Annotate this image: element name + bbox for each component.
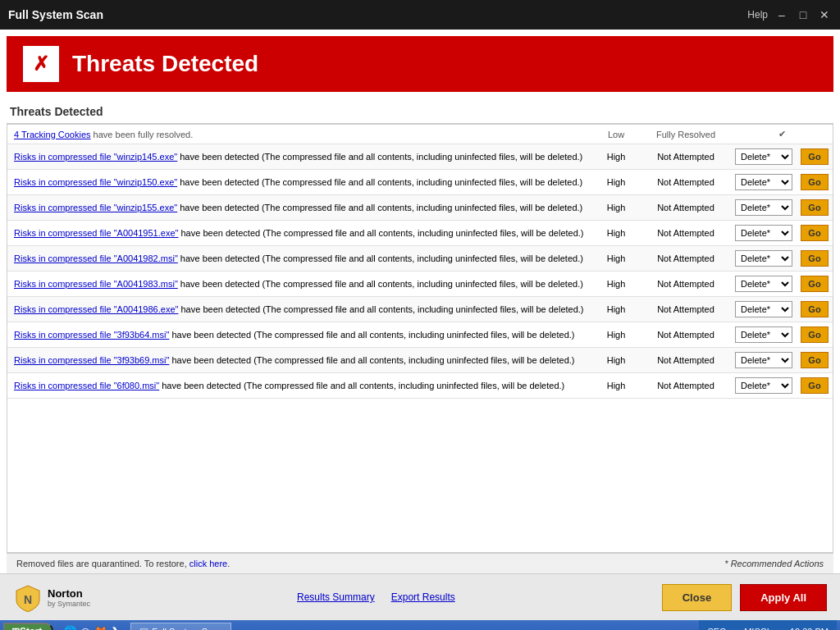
status-cell: Not Attempted	[641, 348, 731, 373]
severity-cell: High	[591, 170, 641, 195]
go-button[interactable]: Go	[801, 301, 828, 317]
close-button[interactable]: ✕	[817, 8, 832, 21]
status-cell: Not Attempted	[641, 322, 731, 348]
go-button[interactable]: Go	[801, 377, 828, 394]
threat-link[interactable]: Risks in compressed file "A0041951.exe"	[14, 228, 178, 238]
action-cell: Delete*	[731, 221, 797, 246]
firefox-icon[interactable]: 🦊	[94, 625, 107, 630]
taskbar-app-button[interactable]: 🛡 Full System Scan	[130, 623, 231, 630]
go-button[interactable]: Go	[801, 326, 828, 343]
table-row: Risks in compressed file "winzip145.exe"…	[7, 144, 833, 170]
misc-label: MISCL	[744, 627, 772, 630]
go-button[interactable]: Go	[801, 148, 828, 165]
recommended-note: * Recommended Actions	[724, 559, 824, 568]
start-icon: ⊞	[11, 626, 20, 630]
go-cell: Go	[797, 272, 833, 297]
minimize-button[interactable]: –	[774, 8, 789, 21]
action-select[interactable]: Delete*	[735, 148, 792, 165]
taskbar: ⊞ Start 🌐 ◎ 🦊 ❯ 🛡 Full System Scan SEC »…	[0, 620, 840, 630]
clock: 12:32 PM	[790, 627, 829, 630]
threat-description: Risks in compressed file "winzip145.exe"…	[7, 144, 591, 170]
threat-description: Risks in compressed file "A0041983.msi" …	[7, 272, 591, 297]
status-cell: Not Attempted	[641, 144, 731, 170]
footer-bar: Removed files are quarantined. To restor…	[7, 553, 833, 573]
threat-description: 4 Tracking Cookies have been fully resol…	[7, 125, 591, 144]
go-button[interactable]: Go	[801, 276, 828, 292]
threats-table-wrapper: 4 Tracking Cookies have been fully resol…	[7, 124, 833, 553]
threat-link[interactable]: 4 Tracking Cookies	[14, 130, 91, 139]
table-row: Risks in compressed file "3f93b64.msi" h…	[7, 322, 833, 348]
apply-all-button[interactable]: Apply All	[740, 584, 827, 611]
restore-link[interactable]: click here	[189, 559, 227, 568]
threat-link[interactable]: Risks in compressed file "winzip155.exe"	[14, 203, 177, 212]
app-icon: 🛡	[139, 627, 148, 630]
title-bar: Full System Scan Help – □ ✕	[0, 0, 840, 30]
action-select[interactable]: Delete*	[735, 225, 792, 241]
status-cell: Not Attempted	[641, 272, 731, 297]
go-cell: Go	[797, 373, 833, 399]
results-summary-link[interactable]: Results Summary	[297, 591, 375, 603]
status-cell: Not Attempted	[641, 297, 731, 322]
severity-cell: Low	[591, 125, 641, 144]
action-select[interactable]: Delete*	[735, 250, 792, 267]
action-select[interactable]: Delete*	[735, 326, 792, 343]
table-row: Risks in compressed file "6f080.msi" hav…	[7, 373, 833, 399]
export-results-link[interactable]: Export Results	[391, 591, 455, 603]
go-cell: Go	[797, 221, 833, 246]
close-button[interactable]: Close	[662, 584, 732, 611]
go-button[interactable]: Go	[801, 225, 828, 241]
severity-cell: High	[591, 221, 641, 246]
go-cell: Go	[797, 322, 833, 348]
go-cell: Go	[797, 246, 833, 272]
ie-icon[interactable]: 🌐	[63, 625, 77, 630]
threat-icon: ✗	[23, 46, 59, 82]
action-cell: Delete*	[731, 348, 797, 373]
table-row: Risks in compressed file "A0041982.msi" …	[7, 246, 833, 272]
restore-button[interactable]: □	[796, 8, 810, 21]
action-links: Results Summary Export Results	[90, 591, 662, 603]
action-select[interactable]: Delete*	[735, 174, 792, 190]
threat-description: Risks in compressed file "A0041951.exe" …	[7, 221, 591, 246]
browser-icon[interactable]: ◎	[80, 625, 90, 630]
go-button[interactable]: Go	[801, 250, 828, 267]
status-cell: Not Attempted	[641, 195, 731, 221]
threat-description: Risks in compressed file "winzip155.exe"…	[7, 195, 591, 221]
threat-link[interactable]: Risks in compressed file "winzip145.exe"	[14, 152, 177, 162]
threat-link[interactable]: Risks in compressed file "A0041986.exe"	[14, 304, 178, 314]
action-cell: Delete*	[731, 170, 797, 195]
action-cell: Delete*	[731, 272, 797, 297]
footer-note: Removed files are quarantined. To restor…	[16, 559, 724, 568]
threat-link[interactable]: Risks in compressed file "3f93b69.msi"	[14, 355, 169, 365]
status-cell: Not Attempted	[641, 373, 731, 399]
action-bar: N Norton by Symantec Results Summary Exp…	[0, 573, 840, 620]
threat-description: Risks in compressed file "6f080.msi" hav…	[7, 373, 591, 399]
norton-shield-icon: N	[13, 582, 43, 612]
action-select[interactable]: Delete*	[735, 276, 792, 292]
severity-cell: High	[591, 195, 641, 221]
action-cell: Delete*	[731, 322, 797, 348]
threat-link[interactable]: Risks in compressed file "3f93b64.msi"	[14, 330, 169, 340]
help-link[interactable]: Help	[747, 9, 768, 21]
go-cell: Go	[797, 297, 833, 322]
go-button[interactable]: Go	[801, 352, 828, 368]
threat-link[interactable]: Risks in compressed file "6f080.msi"	[14, 381, 159, 390]
threat-link[interactable]: Risks in compressed file "winzip150.exe"	[14, 177, 177, 187]
norton-logo: N Norton by Symantec	[13, 582, 90, 612]
action-select[interactable]: Delete*	[735, 301, 792, 317]
start-button[interactable]: ⊞ Start	[3, 623, 53, 630]
threat-description: Risks in compressed file "3f93b64.msi" h…	[7, 322, 591, 348]
severity-cell: High	[591, 297, 641, 322]
taskbar-system-tray: SEC » MISCL » 12:32 PM	[699, 620, 837, 630]
go-button[interactable]: Go	[801, 174, 828, 190]
action-select[interactable]: Delete*	[735, 352, 792, 368]
threat-link[interactable]: Risks in compressed file "A0041983.msi"	[14, 279, 178, 289]
threat-link[interactable]: Risks in compressed file "A0041982.msi"	[14, 253, 178, 263]
action-select[interactable]: Delete*	[735, 199, 792, 216]
action-cell: Delete*	[731, 195, 797, 221]
go-cell: Go	[797, 348, 833, 373]
threat-description: Risks in compressed file "A0041982.msi" …	[7, 246, 591, 272]
action-select[interactable]: Delete*	[735, 377, 792, 394]
severity-cell: High	[591, 348, 641, 373]
go-button[interactable]: Go	[801, 199, 828, 216]
content-area: Threats Detected 4 Tracking Cookies have…	[0, 98, 840, 573]
